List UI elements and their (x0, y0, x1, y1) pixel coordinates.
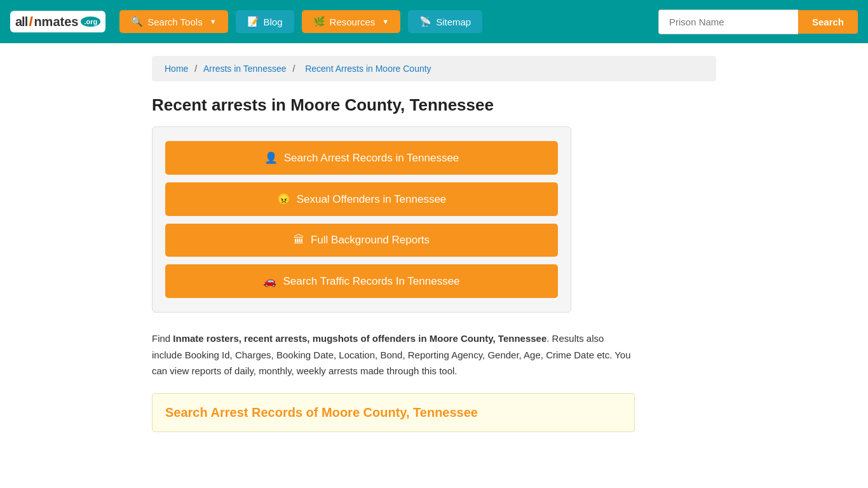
logo-mates-text: nmates (34, 15, 78, 29)
sitemap-icon: 📡 (419, 16, 431, 27)
action-buttons-panel: 👤 Search Arrest Records in Tennessee 😠 S… (152, 126, 571, 313)
main-content: Home / Arrests in Tennessee / Recent Arr… (142, 43, 726, 445)
logo-box: all I nmates .org (10, 11, 105, 32)
sitemap-label: Sitemap (436, 17, 471, 27)
blog-icon: 📝 (247, 16, 259, 27)
sexual-offenders-button[interactable]: 😠 Sexual Offenders in Tennessee (165, 182, 558, 216)
chevron-down-icon-2: ▼ (382, 18, 389, 25)
description-bold: Inmate rosters, recent arrests, mugshots… (173, 333, 546, 344)
resources-button[interactable]: 🌿 Resources ▼ (302, 10, 401, 33)
breadcrumb-arrests-tn[interactable]: Arrests in Tennessee (203, 64, 286, 74)
sitemap-button[interactable]: 📡 Sitemap (408, 10, 482, 33)
search-arrest-records-button[interactable]: 👤 Search Arrest Records in Tennessee (165, 141, 558, 175)
blog-label: Blog (264, 17, 283, 27)
arrest-records-icon: 👤 (264, 151, 278, 165)
traffic-records-button[interactable]: 🚗 Search Traffic Records In Tennessee (165, 264, 558, 298)
description-paragraph: Find Inmate rosters, recent arrests, mug… (152, 330, 635, 379)
traffic-records-icon: 🚗 (263, 274, 276, 288)
breadcrumb: Home / Arrests in Tennessee / Recent Arr… (152, 56, 716, 81)
search-arrest-records-label: Search Arrest Records in Tennessee (284, 152, 459, 165)
description-intro: Find (152, 333, 173, 344)
search-tools-label: Search Tools (147, 17, 202, 27)
full-background-reports-button[interactable]: 🏛 Full Background Reports (165, 224, 558, 257)
logo-in-text: I (29, 13, 32, 30)
offenders-icon: 😠 (277, 193, 290, 206)
breadcrumb-sep-1: / (194, 64, 200, 74)
background-reports-icon: 🏛 (294, 234, 304, 247)
breadcrumb-current: Recent Arrests in Moore County (305, 64, 431, 74)
logo-all-text: all (15, 15, 27, 29)
prison-search-button[interactable]: Search (798, 10, 858, 34)
breadcrumb-home[interactable]: Home (165, 64, 188, 74)
logo: all I nmates .org (10, 11, 105, 32)
search-tools-button[interactable]: 🔍 Search Tools ▼ (119, 10, 227, 33)
breadcrumb-sep-2: / (292, 64, 297, 74)
search-button-label: Search (812, 17, 844, 27)
prison-search-input[interactable] (658, 10, 798, 34)
logo-org-text: .org (81, 17, 100, 27)
navbar: all I nmates .org 🔍 Search Tools ▼ 📝 Blo… (0, 0, 868, 43)
section-box: Search Arrest Records of Moore County, T… (152, 393, 635, 432)
full-background-reports-label: Full Background Reports (311, 234, 430, 247)
section-box-title: Search Arrest Records of Moore County, T… (165, 405, 621, 420)
page-title: Recent arrests in Moore County, Tennesse… (152, 95, 716, 115)
traffic-records-label: Search Traffic Records In Tennessee (283, 275, 459, 288)
sexual-offenders-label: Sexual Offenders in Tennessee (297, 193, 447, 206)
blog-button[interactable]: 📝 Blog (236, 10, 294, 33)
chevron-down-icon: ▼ (210, 18, 217, 25)
resources-icon: 🌿 (313, 16, 325, 27)
header-search: Search (658, 10, 858, 34)
search-icon: 🔍 (131, 16, 143, 27)
resources-label: Resources (330, 17, 376, 27)
